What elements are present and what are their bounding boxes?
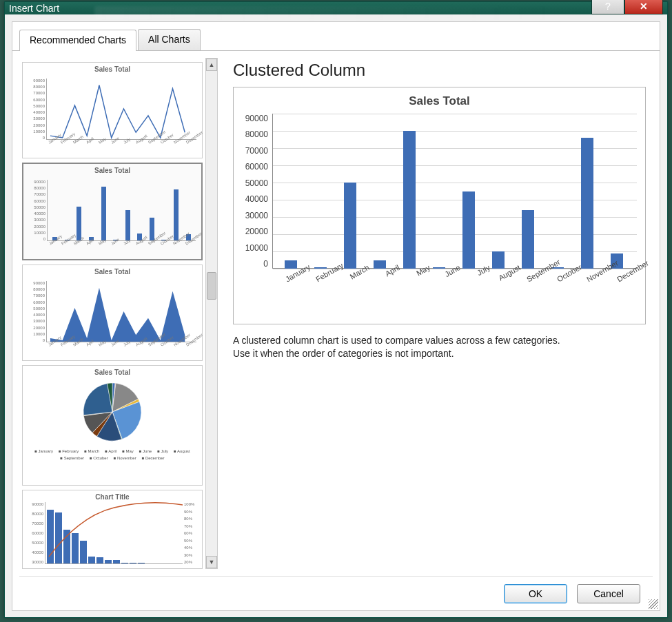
bar: [492, 251, 505, 269]
bar: [314, 267, 327, 269]
thumbnail-clustered-column[interactable]: Sales Total 9000080000700006000050000400…: [22, 163, 203, 260]
x-axis-labels: JanuaryFebruaryMarchAprilMayJuneJulyAugu…: [272, 276, 640, 284]
insert-chart-dialog: Insert Chart ? ✕ Recommended Charts All …: [4, 1, 668, 618]
bar: [462, 191, 475, 269]
bar: [522, 210, 534, 269]
tab-bar: Recommended Charts All Charts: [12, 22, 660, 51]
thumb-pareto-mini: 90000800007000060000500004000030000 100%…: [27, 502, 198, 564]
thumb-bar-mini: 9000080000700006000050000400003000020000…: [28, 176, 197, 255]
dialog-body: Recommended Charts All Charts Sales Tota…: [12, 21, 660, 611]
thumb-area-mini: 9000080000700006000050000400003000020000…: [27, 277, 198, 356]
tab-label: Recommended Charts: [30, 34, 126, 45]
button-label: Cancel: [593, 588, 624, 599]
bar: [581, 138, 593, 269]
chart-bars: [273, 114, 634, 269]
tab-label: All Charts: [148, 34, 190, 45]
tab-all-charts[interactable]: All Charts: [138, 29, 201, 50]
bar: [433, 267, 445, 269]
bar: [374, 260, 386, 269]
close-icon: ✕: [640, 1, 648, 12]
thumb-title: Sales Total: [27, 268, 198, 276]
chart-title: Sales Total: [239, 94, 640, 108]
window-controls: ? ✕: [591, 0, 663, 14]
thumbnail-area-chart[interactable]: Sales Total 9000080000700006000050000400…: [22, 265, 203, 361]
thumb-pie-mini: JanuaryFebruaryMarchAprilMayJuneJulyAugu…: [27, 377, 198, 481]
pie-legend: JanuaryFebruaryMarchAprilMayJuneJulyAugu…: [27, 449, 198, 460]
line-chart-icon: [47, 79, 196, 139]
plot-area: JanuaryFebruaryMarchAprilMayJuneJulyAugu…: [272, 114, 640, 293]
thumb-title: Chart Title: [27, 493, 198, 501]
thumb-line-mini: 9000080000700006000050000400003000020000…: [27, 74, 198, 154]
help-button[interactable]: ?: [591, 0, 624, 14]
thumb-title: Sales Total: [28, 167, 197, 174]
chart-preview[interactable]: Sales Total 9000080000700006000050000400…: [233, 87, 646, 324]
titlebar[interactable]: Insert Chart ? ✕: [5, 2, 667, 14]
preview-panel: Clustered Column Sales Total 90000800007…: [219, 58, 653, 569]
help-icon: ?: [605, 1, 611, 12]
titlebar-bg-blur: [94, 6, 557, 20]
chart-body: 9000080000700006000050000400003000020000…: [239, 114, 640, 293]
thumbnail-list[interactable]: Sales Total 9000080000700006000050000400…: [19, 58, 205, 569]
pareto-line-icon: [45, 502, 183, 563]
area-chart-icon: [47, 281, 196, 342]
y-axis: 9000080000700006000050000400003000020000…: [239, 114, 272, 269]
chart-type-heading: Clustered Column: [233, 61, 646, 80]
grid-area: [272, 114, 637, 269]
thumbnail-scrollbar[interactable]: ▲ ▼: [205, 58, 218, 569]
chart-description: A clustered column chart is used to comp…: [233, 334, 646, 360]
desc-line: A clustered column chart is used to comp…: [233, 335, 560, 346]
thumbnail-line-chart[interactable]: Sales Total 9000080000700006000050000400…: [22, 62, 203, 158]
thumbnail-pie-chart[interactable]: Sales Total JanuaryFebruaryMarchAprilMay…: [22, 365, 203, 486]
scroll-up-button[interactable]: ▲: [206, 59, 217, 71]
bar: [285, 260, 297, 269]
dialog-button-bar: OK Cancel: [19, 576, 653, 610]
window-title: Insert Chart: [9, 3, 59, 14]
scroll-down-button[interactable]: ▼: [206, 556, 217, 568]
scroll-thumb[interactable]: [207, 272, 216, 300]
tab-recommended-charts[interactable]: Recommended Charts: [19, 30, 136, 51]
thumbnails-panel: Sales Total 9000080000700006000050000400…: [19, 58, 219, 569]
chevron-down-icon: ▼: [209, 559, 215, 566]
button-label: OK: [529, 588, 542, 599]
cancel-button[interactable]: Cancel: [577, 584, 640, 603]
desc-line: Use it when the order of categories is n…: [233, 348, 454, 359]
thumbnail-pareto-chart[interactable]: Chart Title 9000080000700006000050000400…: [22, 490, 203, 569]
content-area: Sales Total 9000080000700006000050000400…: [12, 51, 660, 576]
bar: [344, 183, 356, 269]
chevron-up-icon: ▲: [209, 61, 215, 68]
pie-chart-icon: [74, 377, 150, 446]
thumb-title: Sales Total: [27, 65, 198, 73]
ok-button[interactable]: OK: [504, 584, 567, 603]
close-button[interactable]: ✕: [624, 0, 663, 14]
thumb-title: Sales Total: [27, 369, 198, 376]
bar: [403, 131, 416, 269]
resize-grip[interactable]: [649, 599, 658, 609]
